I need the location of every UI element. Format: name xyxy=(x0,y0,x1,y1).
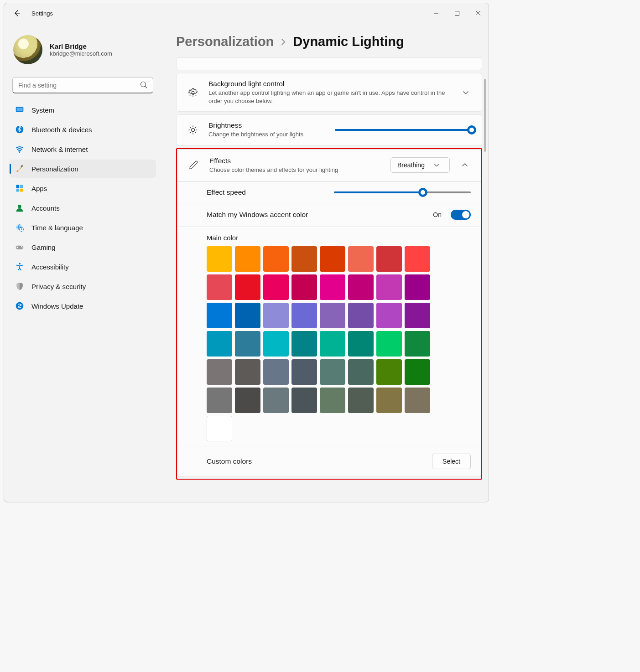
color-swatch[interactable] xyxy=(207,246,232,272)
color-swatch[interactable] xyxy=(320,303,345,328)
scrollbar[interactable] xyxy=(484,51,486,497)
sidebar-item-accounts[interactable]: Accounts xyxy=(10,199,156,217)
color-swatch[interactable] xyxy=(348,331,374,357)
color-swatch[interactable] xyxy=(405,274,430,300)
match-accent-toggle[interactable] xyxy=(451,210,471,220)
color-swatch[interactable] xyxy=(235,331,260,357)
sidebar-item-label: Network & internet xyxy=(31,145,88,153)
color-swatch[interactable] xyxy=(207,416,232,441)
color-swatch[interactable] xyxy=(235,359,260,385)
svg-rect-3 xyxy=(16,108,22,111)
toggle-state-text: On xyxy=(433,211,442,218)
color-swatch[interactable] xyxy=(348,388,374,413)
sidebar-item-bluetooth-devices[interactable]: Bluetooth & devices xyxy=(10,120,156,139)
color-swatch[interactable] xyxy=(405,246,430,272)
color-swatch[interactable] xyxy=(376,388,402,413)
color-swatch[interactable] xyxy=(348,303,374,328)
color-swatch[interactable] xyxy=(405,388,430,413)
effects-dropdown[interactable]: Breathing xyxy=(390,157,450,173)
search-field[interactable] xyxy=(12,77,153,93)
color-swatch[interactable] xyxy=(291,331,317,357)
chevron-down-icon[interactable] xyxy=(460,89,472,96)
color-swatch[interactable] xyxy=(263,388,289,413)
profile-email: kbridge@microsoft.com xyxy=(50,50,112,57)
search-input[interactable] xyxy=(12,77,153,93)
color-swatch[interactable] xyxy=(291,274,317,300)
color-swatch[interactable] xyxy=(263,274,289,300)
profile-block[interactable]: Karl Bridge kbridge@microsoft.com xyxy=(10,29,156,75)
maximize-button[interactable] xyxy=(447,5,468,21)
card-title: Background light control xyxy=(208,80,451,88)
svg-point-20 xyxy=(191,128,194,131)
select-button[interactable]: Select xyxy=(432,454,471,469)
svg-point-16 xyxy=(22,248,23,248)
sync-icon xyxy=(15,301,24,310)
svg-point-11 xyxy=(18,205,21,208)
color-swatch[interactable] xyxy=(320,274,345,300)
color-swatch[interactable] xyxy=(405,303,430,328)
color-swatch[interactable] xyxy=(263,246,289,272)
color-swatch[interactable] xyxy=(320,246,345,272)
sidebar-item-gaming[interactable]: Gaming xyxy=(10,238,156,256)
color-swatch[interactable] xyxy=(207,274,232,300)
chevron-up-icon[interactable] xyxy=(459,162,471,168)
color-swatch[interactable] xyxy=(263,331,289,357)
color-grid xyxy=(207,246,471,441)
sidebar-item-personalization[interactable]: Personalization xyxy=(10,160,156,178)
svg-point-5 xyxy=(19,151,21,153)
color-swatch[interactable] xyxy=(348,359,374,385)
sidebar-item-windows-update[interactable]: Windows Update xyxy=(10,297,156,315)
card-placeholder xyxy=(176,57,482,70)
color-swatch[interactable] xyxy=(235,246,260,272)
color-swatch[interactable] xyxy=(291,303,317,328)
color-swatch[interactable] xyxy=(263,359,289,385)
color-swatch[interactable] xyxy=(263,303,289,328)
color-swatch[interactable] xyxy=(376,359,402,385)
person-icon xyxy=(15,203,24,212)
settings-window: Settings Karl Bridge kbridge@microsoft.c… xyxy=(4,3,489,502)
scrollbar-thumb[interactable] xyxy=(484,79,486,152)
sidebar-item-time-language[interactable]: Time & language xyxy=(10,218,156,237)
color-swatch[interactable] xyxy=(235,274,260,300)
effect-speed-slider[interactable] xyxy=(334,191,471,193)
color-swatch[interactable] xyxy=(376,274,402,300)
effects-card-header[interactable]: Effects Choose color themes and effects … xyxy=(177,149,481,182)
color-swatch[interactable] xyxy=(405,331,430,357)
color-swatch[interactable] xyxy=(320,359,345,385)
color-swatch[interactable] xyxy=(207,388,232,413)
shield-icon xyxy=(15,282,24,291)
match-accent-row: Match my Windows accent color On xyxy=(177,203,481,226)
sidebar-item-label: Bluetooth & devices xyxy=(31,126,92,134)
color-swatch[interactable] xyxy=(376,246,402,272)
color-swatch[interactable] xyxy=(348,274,374,300)
brightness-slider[interactable] xyxy=(335,129,472,131)
color-swatch[interactable] xyxy=(405,359,430,385)
color-swatch[interactable] xyxy=(235,388,260,413)
color-swatch[interactable] xyxy=(207,303,232,328)
sidebar-item-network-internet[interactable]: Network & internet xyxy=(10,140,156,158)
color-swatch[interactable] xyxy=(376,303,402,328)
color-swatch[interactable] xyxy=(291,388,317,413)
sidebar-item-label: Time & language xyxy=(31,224,83,232)
breadcrumb-root[interactable]: Personalization xyxy=(176,34,274,49)
color-swatch[interactable] xyxy=(320,331,345,357)
color-swatch[interactable] xyxy=(235,303,260,328)
sidebar: Karl Bridge kbridge@microsoft.com System… xyxy=(4,23,161,502)
sidebar-item-apps[interactable]: Apps xyxy=(10,179,156,197)
color-swatch[interactable] xyxy=(207,359,232,385)
sidebar-item-system[interactable]: System xyxy=(10,101,156,119)
sidebar-item-accessibility[interactable]: Accessibility xyxy=(10,258,156,276)
color-swatch[interactable] xyxy=(291,246,317,272)
back-button[interactable] xyxy=(12,9,21,18)
background-light-card[interactable]: Background light control Let another app… xyxy=(176,73,482,112)
sidebar-item-privacy-security[interactable]: Privacy & security xyxy=(10,277,156,295)
color-swatch[interactable] xyxy=(291,359,317,385)
close-button[interactable] xyxy=(468,5,489,21)
color-swatch[interactable] xyxy=(207,331,232,357)
color-swatch[interactable] xyxy=(320,388,345,413)
window-title: Settings xyxy=(31,10,53,17)
sidebar-item-label: Apps xyxy=(31,185,47,192)
minimize-button[interactable] xyxy=(426,5,447,21)
color-swatch[interactable] xyxy=(348,246,374,272)
color-swatch[interactable] xyxy=(376,331,402,357)
